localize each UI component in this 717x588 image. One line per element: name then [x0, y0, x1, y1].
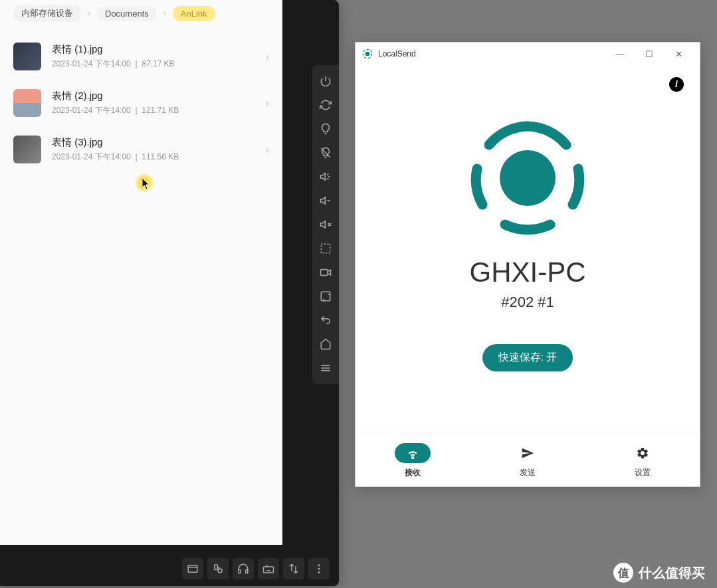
file-thumbnail — [13, 89, 41, 117]
tab-send[interactable]: 发送 — [470, 435, 585, 486]
file-meta: 2023-01-24 下午14:00 | 87.17 KB — [52, 58, 265, 70]
window-icon[interactable] — [182, 558, 203, 579]
file-thumbnail — [13, 136, 41, 163]
volume-up-icon[interactable] — [315, 166, 336, 187]
send-icon — [510, 443, 546, 463]
transfer-icon[interactable] — [283, 558, 304, 579]
localsend-logo-icon — [362, 49, 373, 59]
tab-label: 设置 — [635, 467, 651, 478]
chevron-right-icon: › — [265, 50, 269, 64]
gear-icon — [625, 443, 661, 463]
svg-rect-9 — [321, 270, 328, 276]
file-list: 表情 (1).jpg 2023-01-24 下午14:00 | 87.17 KB… — [0, 27, 282, 179]
back-icon[interactable] — [315, 310, 336, 331]
device-sub: #202 #1 — [501, 294, 554, 311]
fullscreen-icon[interactable] — [315, 238, 336, 259]
watermark: 值 什么值得买 — [613, 563, 705, 583]
quicksave-button[interactable]: 快速保存: 开 — [482, 344, 573, 371]
svg-point-24 — [365, 52, 370, 56]
file-row[interactable]: 表情 (1).jpg 2023-01-24 下午14:00 | 87.17 KB… — [13, 33, 269, 80]
breadcrumb-item-documents[interactable]: Documents — [97, 6, 157, 21]
file-row[interactable]: 表情 (2).jpg 2023-01-24 下午14:00 | 121.71 K… — [13, 80, 269, 126]
svg-rect-18 — [239, 570, 241, 573]
keyboard-icon[interactable] — [258, 558, 279, 579]
chevron-right-icon: › — [265, 143, 269, 157]
svg-point-26 — [500, 150, 556, 206]
file-meta: 2023-01-24 下午14:00 | 111.56 KB — [52, 151, 265, 163]
watermark-text: 什么值得买 — [639, 564, 705, 582]
svg-rect-8 — [321, 244, 330, 253]
file-info: 表情 (1).jpg 2023-01-24 下午14:00 | 87.17 KB — [52, 43, 265, 70]
info-button[interactable]: i — [669, 77, 684, 92]
file-info: 表情 (2).jpg 2023-01-24 下午14:00 | 121.71 K… — [52, 90, 265, 116]
file-meta: 2023-01-24 下午14:00 | 121.71 KB — [52, 105, 265, 116]
bulb-icon[interactable] — [315, 118, 336, 140]
svg-point-21 — [318, 564, 320, 566]
minimize-button[interactable]: — — [605, 44, 635, 64]
watermark-badge: 值 — [613, 563, 633, 583]
menu-icon[interactable] — [315, 357, 336, 379]
svg-point-22 — [318, 568, 320, 570]
device-name: GHXI-PC — [469, 256, 585, 288]
breadcrumb-item-storage[interactable]: 内部存储设备 — [13, 5, 81, 22]
file-name: 表情 (1).jpg — [52, 43, 265, 56]
mute-icon[interactable] — [315, 214, 336, 235]
screenshot-icon[interactable] — [315, 286, 336, 307]
tab-receive[interactable]: 接收 — [356, 435, 470, 486]
localsend-window: LocalSend — ☐ ✕ i GHXI-PC #202 #1 快速保存: … — [355, 42, 700, 487]
file-name: 表情 (3).jpg — [52, 136, 265, 149]
breadcrumb-item-anlink[interactable]: AnLink — [173, 6, 215, 21]
more-icon[interactable] — [308, 558, 330, 579]
chevron-right-icon: › — [88, 9, 90, 18]
record-icon[interactable] — [315, 262, 336, 283]
headphones-icon[interactable] — [233, 558, 254, 579]
svg-rect-10 — [321, 292, 330, 301]
window-title: LocalSend — [378, 49, 605, 58]
tab-label: 发送 — [520, 467, 536, 478]
file-thumbnail — [13, 43, 41, 70]
svg-marker-5 — [321, 221, 326, 229]
file-info: 表情 (3).jpg 2023-01-24 下午14:00 | 111.56 K… — [52, 136, 265, 163]
chevron-right-icon: › — [163, 9, 166, 18]
svg-marker-2 — [321, 173, 326, 181]
file-row[interactable]: 表情 (3).jpg 2023-01-24 下午14:00 | 111.56 K… — [13, 126, 269, 173]
bottom-toolbar — [182, 558, 330, 579]
maximize-button[interactable]: ☐ — [635, 44, 664, 64]
close-button[interactable]: ✕ — [664, 44, 693, 64]
svg-marker-3 — [321, 197, 326, 205]
localsend-body: i GHXI-PC #202 #1 快速保存: 开 — [356, 65, 700, 435]
cursor-icon — [142, 178, 152, 190]
svg-point-23 — [318, 571, 320, 573]
localsend-hero-icon — [468, 118, 587, 238]
tab-label: 接收 — [405, 467, 421, 478]
power-icon[interactable] — [315, 70, 336, 92]
svg-rect-20 — [264, 567, 274, 573]
svg-rect-16 — [215, 565, 218, 570]
side-toolbar — [312, 65, 339, 384]
home-icon[interactable] — [315, 334, 336, 355]
svg-point-27 — [412, 456, 414, 458]
phone-mirror-window: 内部存储设备 › Documents › AnLink 表情 (1).jpg 2… — [0, 0, 339, 586]
titlebar[interactable]: LocalSend — ☐ ✕ — [356, 43, 700, 65]
rotate-icon[interactable] — [315, 94, 336, 116]
chevron-right-icon: › — [265, 96, 269, 110]
file-name: 表情 (2).jpg — [52, 90, 265, 102]
tab-settings[interactable]: 设置 — [585, 435, 700, 486]
volume-down-icon[interactable] — [315, 190, 336, 211]
svg-rect-14 — [188, 565, 197, 573]
svg-rect-19 — [246, 570, 248, 573]
phone-screen: 内部存储设备 › Documents › AnLink 表情 (1).jpg 2… — [0, 0, 282, 545]
bottom-tabs: 接收 发送 设置 — [356, 435, 700, 486]
bulb-off-icon[interactable] — [315, 142, 336, 163]
breadcrumb: 内部存储设备 › Documents › AnLink — [0, 0, 282, 27]
wifi-icon — [395, 443, 431, 463]
usb-icon[interactable] — [207, 558, 229, 579]
